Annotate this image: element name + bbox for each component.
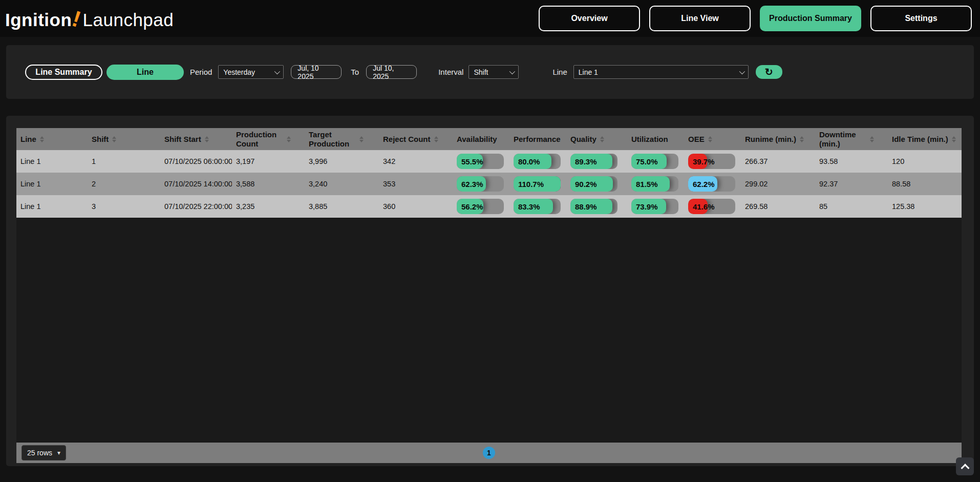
availability-bar: 55.5% [457,154,504,169]
quality-bar: 90.2% [570,176,617,192]
sort-icon [708,136,712,142]
cell-shift: 2 [88,173,160,195]
cell-shift-start: 07/10/2025 06:00:00 [160,150,232,173]
cell-availability: 56.2% [453,195,509,218]
cell-oee: 41.6% [684,195,741,218]
col-header-shift[interactable]: Shift [88,128,160,150]
rows-per-page-value: 25 rows [27,449,52,457]
sort-icon [359,136,364,142]
availability-bar: 62.3% [457,176,504,192]
quality-bar: 89.3% [570,154,617,169]
main-nav: Overview Line View Production Summary Se… [539,6,972,31]
col-header-downtime[interactable]: Downtime (min.) [815,128,888,150]
date-to-value: Jul 10, 2025 [373,64,410,80]
cell-production-count: 3,235 [232,195,305,218]
line-label: Line [552,68,567,76]
cell-production-count: 3,588 [232,173,305,195]
cell-target-production: 3,885 [305,195,379,218]
line-summary-button[interactable]: Line Summary [25,65,102,80]
utilization-bar: 81.5% [631,176,678,192]
col-header-oee[interactable]: OEE [684,128,741,150]
performance-bar: 80.0% [514,154,561,169]
performance-bar: 83.3% [514,199,561,214]
col-header-target-production[interactable]: Target Production [305,128,379,150]
page-number: 1 [487,449,491,457]
rows-per-page-select[interactable]: 25 rows ▾ [22,445,66,460]
cell-downtime: 93.58 [815,150,888,173]
utilization-bar: 73.9% [631,199,678,214]
to-label: To [351,68,359,76]
cell-reject-count: 342 [379,150,453,173]
table-row[interactable]: Line 1 1 07/10/2025 06:00:00 3,197 3,996… [16,150,962,173]
cell-idle-time: 125.38 [888,195,962,218]
cell-oee: 62.2% [684,173,741,195]
filter-bar: Line Summary Line Period Yesterday Jul, … [6,45,974,99]
date-from-field[interactable]: Jul, 10 2025 [291,65,342,79]
cell-idle-time: 88.58 [888,173,962,195]
nav-overview-button[interactable]: Overview [539,6,640,31]
cell-idle-time: 120 [888,150,962,173]
utilization-bar: 75.0% [631,154,678,169]
interval-select[interactable]: Shift [468,65,519,79]
table-row[interactable]: Line 1 3 07/10/2025 22:00:00 3,235 3,885… [16,195,962,218]
production-table: Line Shift Shift Start Production Count … [16,128,962,463]
cell-production-count: 3,197 [232,150,305,173]
cell-target-production: 3,996 [305,150,379,173]
oee-bar: 39.7% [688,154,735,169]
dropdown-arrow-icon: ▾ [57,449,60,456]
cell-performance: 110.7% [509,173,566,195]
line-select[interactable]: Line 1 [573,65,749,79]
sort-icon [287,136,291,142]
sort-icon [434,136,438,142]
table-empty-area [16,218,962,443]
cell-availability: 55.5% [453,150,509,173]
cell-quality: 89.3% [566,150,627,173]
period-select[interactable]: Yesterday [218,65,284,79]
oee-bar: 41.6% [688,199,735,214]
col-header-production-count[interactable]: Production Count [232,128,305,150]
cell-line: Line 1 [16,173,88,195]
table-row[interactable]: Line 1 2 07/10/2025 14:00:00 3,588 3,240… [16,173,962,195]
period-label: Period [190,68,212,76]
cell-shift: 1 [88,150,160,173]
chevron-down-icon [509,68,515,74]
col-header-runtime[interactable]: Runime (min.) [741,128,815,150]
cell-availability: 62.3% [453,173,509,195]
interval-label: Interval [438,68,463,76]
nav-settings-button[interactable]: Settings [870,6,972,31]
nav-line-view-button[interactable]: Line View [649,6,751,31]
cell-line: Line 1 [16,150,88,173]
col-header-availability[interactable]: Availability [453,128,509,150]
sort-icon [112,136,116,142]
quality-bar: 88.9% [570,199,617,214]
cell-reject-count: 360 [379,195,453,218]
cell-downtime: 85 [815,195,888,218]
scroll-to-top-button[interactable] [956,457,974,475]
col-header-reject-count[interactable]: Reject Count [379,128,453,150]
nav-production-summary-button[interactable]: Production Summary [760,6,861,31]
logo-launchpad: Launchpad [83,10,174,30]
period-value: Yesterday [223,68,255,76]
cell-utilization: 75.0% [627,150,684,173]
col-header-idle-time[interactable]: Idle Time (min.) [888,128,962,150]
table-header-row: Line Shift Shift Start Production Count … [16,128,962,150]
col-header-line[interactable]: Line [16,128,88,150]
col-header-utilization[interactable]: Utilization [627,128,684,150]
cell-performance: 83.3% [509,195,566,218]
cell-oee: 39.7% [684,150,741,173]
col-header-performance[interactable]: Performance [509,128,566,150]
sort-icon [205,136,209,142]
cell-line: Line 1 [16,195,88,218]
sort-icon [952,136,956,142]
col-header-quality[interactable]: Quality [566,128,627,150]
chevron-down-icon [739,68,745,74]
cell-runtime: 266.37 [741,150,815,173]
logo-ignition: Ignition [5,10,72,30]
date-to-field[interactable]: Jul 10, 2025 [366,65,417,79]
line-mode-toggle[interactable]: Line [106,65,184,80]
page-indicator[interactable]: 1 [483,447,495,459]
sort-icon [600,136,604,142]
col-header-shift-start[interactable]: Shift Start [160,128,232,150]
sort-icon [800,136,804,142]
refresh-button[interactable]: ↻ [756,65,782,79]
